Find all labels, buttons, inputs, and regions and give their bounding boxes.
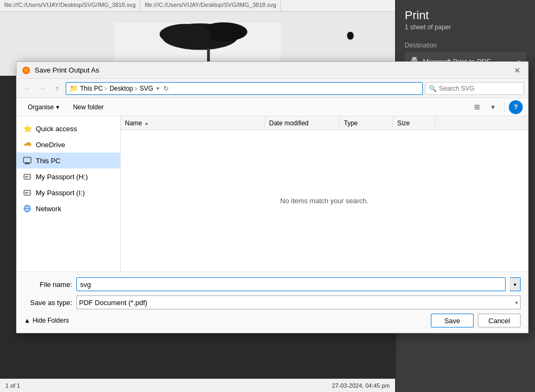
- app-icon: [22, 66, 30, 75]
- breadcrumb-desktop[interactable]: Desktop >: [109, 85, 137, 92]
- svg-rect-13: [25, 164, 30, 164]
- view-icon: ⊞: [474, 103, 480, 111]
- filetype-value: PDF Document (*.pdf): [79, 299, 147, 307]
- filetype-row: Save as type: PDF Document (*.pdf) ▾: [24, 295, 521, 309]
- sidebar-item-my-passport-h[interactable]: My Passport (H:): [17, 169, 120, 185]
- page-info: 1 of 1: [5, 382, 20, 389]
- svg-rect-7: [412, 57, 416, 60]
- svg-point-16: [28, 177, 29, 178]
- search-bar[interactable]: 🔍: [425, 82, 524, 95]
- my-passport-h-label: My Passport (H:): [36, 173, 88, 181]
- filetype-select[interactable]: PDF Document (*.pdf) ▾: [76, 295, 521, 309]
- sidebar-item-this-pc[interactable]: This PC: [17, 153, 120, 169]
- view-arrow-icon: ▾: [491, 103, 495, 111]
- this-pc-icon: [23, 156, 32, 165]
- col-header-type[interactable]: Type: [340, 116, 393, 130]
- filename-input[interactable]: [76, 277, 506, 291]
- col-header-size[interactable]: Size: [393, 116, 436, 130]
- tab-1[interactable]: file:///C:/Users/VIJAY/Desktop/SVG/IMG_3…: [0, 0, 140, 11]
- bottom-bar: 1 of 1 27-03-2024, 04:45 pm: [0, 379, 395, 392]
- destination-label: Destination: [405, 42, 526, 49]
- onedrive-icon: [23, 140, 32, 149]
- hide-folders-button[interactable]: ▲ Hide Folders: [24, 317, 69, 324]
- print-panel-title: Print: [405, 9, 451, 22]
- new-folder-button[interactable]: New folder: [67, 100, 109, 114]
- dialog-footer: File name: ▾ Save as type: PDF Document …: [17, 271, 528, 333]
- dialog-titlebar: Save Print Output As ✕: [17, 62, 528, 79]
- svg-rect-18: [25, 192, 28, 194]
- cancel-button[interactable]: Cancel: [478, 314, 521, 327]
- help-icon: ?: [514, 103, 518, 111]
- filename-dropdown-button[interactable]: ▾: [510, 277, 521, 291]
- col-header-name[interactable]: Name ▲: [121, 116, 265, 130]
- filetype-label: Save as type:: [24, 299, 72, 307]
- breadcrumb-thispc[interactable]: This PC >: [80, 85, 107, 92]
- sidebar-item-quick-access[interactable]: ⭐ Quick access: [17, 121, 120, 137]
- save-dialog: Save Print Output As ✕ ← → ↑ 📁 This PC >…: [16, 61, 529, 333]
- organise-button[interactable]: Organise ▾: [22, 100, 65, 114]
- dialog-navbar: ← → ↑ 📁 This PC > Desktop > SVG ▾ ↻ 🔍: [17, 79, 528, 98]
- quick-access-icon: ⭐: [23, 124, 32, 133]
- onedrive-label: OneDrive: [36, 141, 65, 149]
- footer-buttons-row: ▲ Hide Folders Save Cancel: [24, 314, 521, 327]
- address-bar[interactable]: 📁 This PC > Desktop > SVG ▾ ↻: [66, 82, 423, 95]
- dialog-sidebar: ⭐ Quick access OneDrive This PC My Pass: [17, 116, 121, 271]
- quick-access-label: Quick access: [36, 125, 77, 133]
- organise-arrow-icon: ▾: [56, 103, 59, 111]
- filename-label: File name:: [24, 281, 72, 289]
- dialog-title: Save Print Output As: [35, 66, 99, 74]
- back-button[interactable]: ←: [21, 82, 34, 95]
- toolbar-separator: [504, 102, 505, 113]
- svg-point-19: [28, 193, 29, 194]
- filetype-select-arrow-icon: ▾: [515, 300, 518, 306]
- hide-folders-label: Hide Folders: [33, 317, 69, 324]
- up-button[interactable]: ↑: [51, 82, 64, 95]
- breadcrumb-svg[interactable]: SVG: [140, 85, 153, 92]
- view-arrow-button[interactable]: ▾: [486, 100, 500, 114]
- network-icon: [23, 204, 32, 213]
- address-dropdown-icon[interactable]: ▾: [156, 85, 159, 91]
- print-panel-sheet: 1 sheet of paper: [405, 23, 451, 31]
- dialog-content: Name ▲ Date modified Type Size No items …: [121, 116, 528, 271]
- sidebar-item-my-passport-i[interactable]: My Passport (I:): [17, 185, 120, 201]
- sidebar-item-onedrive[interactable]: OneDrive: [17, 137, 120, 153]
- svg-point-5: [347, 31, 353, 39]
- sort-arrow-icon: ▲: [144, 121, 149, 126]
- folder-icon: 📁: [69, 84, 78, 92]
- refresh-icon[interactable]: ↻: [161, 84, 171, 93]
- svg-point-10: [24, 68, 28, 73]
- search-input[interactable]: [439, 85, 520, 92]
- svg-rect-15: [25, 176, 28, 178]
- tab-bar: file:///C:/Users/VIJAY/Desktop/SVG/IMG_3…: [0, 0, 395, 12]
- dialog-close-button[interactable]: ✕: [512, 65, 523, 76]
- dialog-toolbar: Organise ▾ New folder ⊞ ▾ ?: [17, 98, 528, 116]
- hide-folders-icon: ▲: [24, 317, 30, 324]
- new-folder-label: New folder: [73, 103, 104, 111]
- content-empty-message: No items match your search.: [121, 130, 528, 271]
- col-header-date[interactable]: Date modified: [265, 116, 340, 130]
- view-button[interactable]: ⊞: [470, 100, 484, 114]
- my-passport-i-label: My Passport (I:): [36, 189, 85, 197]
- save-button[interactable]: Save: [431, 314, 474, 327]
- search-icon: 🔍: [429, 85, 437, 92]
- filename-row: File name: ▾: [24, 277, 521, 291]
- help-button[interactable]: ?: [509, 100, 523, 114]
- svg-point-3: [160, 24, 212, 45]
- dialog-main: ⭐ Quick access OneDrive This PC My Pass: [17, 116, 528, 271]
- timestamp: 27-03-2024, 04:45 pm: [332, 382, 390, 389]
- content-header: Name ▲ Date modified Type Size: [121, 116, 528, 130]
- tab-2[interactable]: file:///C:/Users/VIJAY/Desktop/SVG/IMG_3…: [140, 0, 281, 11]
- organise-label: Organise: [28, 103, 54, 111]
- my-passport-h-icon: [23, 172, 32, 181]
- footer-action-buttons: Save Cancel: [431, 314, 521, 327]
- svg-rect-12: [25, 163, 29, 164]
- svg-rect-11: [23, 157, 31, 163]
- my-passport-i-icon: [23, 188, 32, 197]
- this-pc-label: This PC: [36, 157, 60, 165]
- forward-button[interactable]: →: [36, 82, 49, 95]
- sidebar-item-network[interactable]: Network: [17, 201, 120, 217]
- network-label: Network: [36, 205, 61, 213]
